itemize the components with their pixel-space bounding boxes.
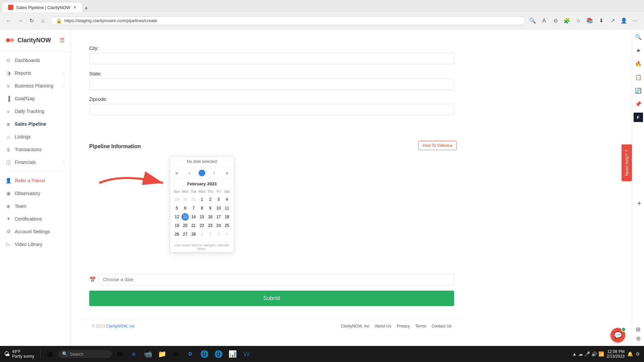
footer-link-terms[interactable]: Terms	[415, 324, 426, 328]
cal-day[interactable]: 19	[173, 222, 180, 229]
cal-day[interactable]: 1	[198, 231, 206, 238]
cal-day-today[interactable]: 13	[181, 213, 189, 221]
right-panel-grid-icon[interactable]: ⊞	[634, 324, 643, 334]
calendar-prev-month-btn[interactable]: ‹	[186, 169, 194, 177]
cal-day[interactable]: 12	[173, 213, 180, 221]
cal-day[interactable]: 29	[173, 196, 180, 203]
browser-tab-active[interactable]: Sales Pipeline | ClarityNOW ✕	[3, 3, 82, 12]
footer-link-about[interactable]: About Us	[375, 324, 391, 328]
cal-day[interactable]: 4	[223, 196, 231, 203]
right-panel-star-icon[interactable]: ★	[634, 46, 643, 55]
browser-search-btn[interactable]: 🔍	[528, 16, 537, 25]
sidebar-item-business-planning[interactable]: ≡ Business Planning ›	[0, 79, 70, 92]
cal-day[interactable]: 10	[215, 204, 222, 212]
right-panel-clipboard-icon[interactable]: 📋	[634, 72, 643, 82]
cal-day[interactable]: 9	[207, 204, 214, 212]
sidebar-item-reports[interactable]: ◑ Reports ›	[0, 67, 70, 79]
cal-day[interactable]: 11	[223, 204, 231, 212]
app-footer: © 2023 ClarityNOW, Inc ClarityNOW, Inc A…	[81, 319, 462, 333]
browser-translate-btn[interactable]: A	[539, 16, 549, 25]
sidebar-item-daily-tracking[interactable]: ≡ Daily Tracking	[0, 105, 70, 118]
cal-day[interactable]: 2	[207, 231, 214, 238]
cal-day[interactable]: 23	[207, 222, 214, 229]
cal-day[interactable]: 26	[173, 231, 180, 238]
calendar-week-5: 26 27 28 1 2 3 4	[173, 230, 231, 238]
cal-day[interactable]: 3	[215, 196, 222, 203]
cal-day[interactable]: 17	[215, 213, 222, 221]
calendar-next-year-btn[interactable]: »	[223, 169, 231, 177]
calendar-prev-year-btn[interactable]: «	[173, 169, 181, 177]
footer-brand[interactable]: ClarityNOW, Inc	[106, 324, 135, 328]
date-input[interactable]	[99, 274, 454, 285]
browser-more-btn[interactable]: ⋯	[631, 16, 640, 25]
cal-day[interactable]: 18	[223, 213, 231, 221]
cal-day[interactable]: 6	[181, 204, 189, 212]
browser-share-btn[interactable]: ↗	[608, 16, 617, 25]
sidebar-item-refer-friend[interactable]: 👤 Refer a Friend	[0, 174, 70, 187]
cal-day[interactable]: 15	[198, 213, 206, 221]
cal-day[interactable]: 22	[198, 222, 206, 229]
footer-link-privacy[interactable]: Privacy	[397, 324, 410, 328]
zipcode-input[interactable]	[89, 104, 454, 115]
sidebar-item-sales-pipeline[interactable]: ≡ Sales Pipeline	[0, 118, 70, 130]
right-panel-bookmark-icon[interactable]: 📌	[634, 99, 643, 109]
cal-day[interactable]: 27	[181, 231, 189, 238]
cal-day[interactable]: 31	[190, 196, 197, 203]
cal-day[interactable]: 1	[198, 196, 206, 203]
right-panel-search-icon[interactable]: 🔍	[634, 32, 643, 42]
cal-day[interactable]: 24	[215, 222, 222, 229]
sidebar-item-transactions[interactable]: $ Transactions	[0, 143, 70, 156]
browser-favorites-btn[interactable]: ☆	[574, 16, 583, 25]
footer-link-claritynow[interactable]: ClarityNOW, Inc	[341, 324, 369, 328]
sidebar-item-goal-gap[interactable]: ▐ Goal/Gap	[0, 92, 70, 105]
back-button[interactable]: ←	[4, 16, 13, 25]
browser-collections-btn[interactable]: 📚	[585, 16, 594, 25]
browser-downloads-btn[interactable]: ⬇	[596, 16, 606, 25]
cal-day[interactable]: 16	[207, 213, 214, 221]
sidebar-item-certifications[interactable]: ✦ Certifications	[0, 213, 70, 225]
how-to-videos-button[interactable]: How To Videos ▸	[418, 141, 457, 150]
cal-day[interactable]: 14	[190, 213, 197, 221]
chat-button[interactable]: 💬	[610, 328, 625, 343]
cal-day[interactable]: 21	[190, 222, 197, 229]
state-input[interactable]	[89, 78, 454, 90]
cal-day[interactable]: 30	[181, 196, 189, 203]
cal-day[interactable]: 20	[181, 222, 189, 229]
cal-day[interactable]: 8	[198, 204, 206, 212]
footer-link-contact[interactable]: Contact Us	[432, 324, 451, 328]
right-panel-settings-icon[interactable]: ⚙	[634, 334, 643, 343]
sidebar-item-observatory[interactable]: ◉ Observatory	[0, 187, 70, 200]
new-tab-button[interactable]: +	[82, 5, 91, 12]
city-input[interactable]	[89, 53, 454, 64]
home-button[interactable]: ⌂	[38, 16, 48, 25]
sidebar-item-video-library[interactable]: ▷ Video Library	[0, 238, 70, 251]
main-scroll-area[interactable]: City: State: Zipcode: Pipeline Informati…	[70, 29, 632, 346]
sidebar-item-dashboards[interactable]: ⊙ Dashboards	[0, 54, 70, 67]
sidebar-item-account-settings[interactable]: ⚙ Account Settings	[0, 225, 70, 238]
browser-extensions-btn[interactable]: 🧩	[562, 16, 572, 25]
forward-button[interactable]: →	[15, 16, 25, 25]
need-help-button[interactable]: Need help? ?	[622, 144, 632, 181]
calendar-next-month-btn[interactable]: ›	[210, 169, 218, 177]
browser-profile-btn[interactable]: 👤	[619, 16, 629, 25]
cal-day[interactable]: 2	[207, 196, 214, 203]
cal-day[interactable]: 3	[215, 231, 222, 238]
right-panel-sync-icon[interactable]: 🔄	[634, 86, 643, 95]
tab-close-btn[interactable]: ✕	[73, 5, 76, 10]
cal-day[interactable]: 25	[223, 222, 231, 229]
cal-day[interactable]: 5	[173, 204, 180, 212]
submit-button[interactable]: Submit	[89, 291, 454, 306]
sidebar-item-team[interactable]: ◈ Team	[0, 200, 70, 213]
cal-day[interactable]: 7	[190, 204, 197, 212]
address-bar[interactable]: 🔒 https://staging.claritynowre.com/pipel…	[50, 16, 525, 25]
add-button[interactable]: +	[637, 199, 641, 208]
sidebar-item-financials[interactable]: ◫ Financials ›	[0, 156, 70, 169]
sidebar-item-listings[interactable]: ⌂ Listings	[0, 130, 70, 143]
cal-day[interactable]: 4	[223, 231, 231, 238]
refresh-button[interactable]: ↻	[27, 16, 36, 25]
right-panel-f-icon[interactable]: F	[634, 113, 643, 122]
right-panel-fire-icon[interactable]: 🔥	[634, 59, 643, 68]
hamburger-button[interactable]: ☰	[59, 37, 65, 44]
cal-day[interactable]: 28	[190, 231, 197, 238]
browser-zoom-btn[interactable]: ⊖	[551, 16, 560, 25]
